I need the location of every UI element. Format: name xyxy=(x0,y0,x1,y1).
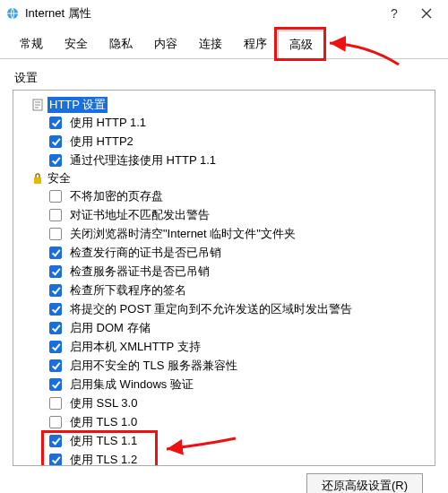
setting-item[interactable]: 使用 HTTP2 xyxy=(46,133,431,151)
tab-0[interactable]: 常规 xyxy=(9,30,54,58)
tab-2[interactable]: 隐私 xyxy=(99,30,143,58)
setting-checkbox[interactable] xyxy=(49,303,62,316)
setting-checkbox[interactable] xyxy=(49,265,62,278)
tab-content-advanced: 设置 HTTP 设置使用 HTTP 1.1使用 HTTP2通过代理连接使用 HT… xyxy=(0,59,448,493)
tab-4[interactable]: 连接 xyxy=(188,30,233,58)
setting-item[interactable]: 使用 TLS 1.1 xyxy=(46,432,431,450)
setting-label: 检查发行商的证书是否已吊销 xyxy=(70,245,221,261)
setting-label: 使用 TLS 1.2 xyxy=(70,452,137,466)
settings-label: 设置 xyxy=(14,70,435,86)
setting-item[interactable]: 使用 TLS 1.2 xyxy=(46,451,431,466)
setting-checkbox[interactable] xyxy=(49,284,62,297)
setting-item[interactable]: 检查服务器证书是否已吊销 xyxy=(46,263,431,281)
setting-checkbox[interactable] xyxy=(49,135,62,148)
restore-defaults-button[interactable]: 还原高级设置(R) xyxy=(306,473,423,493)
setting-item[interactable]: 启用不安全的 TLS 服务器兼容性 xyxy=(46,357,431,375)
group-1: 安全 xyxy=(31,170,431,186)
setting-label: 启用集成 Windows 验证 xyxy=(70,376,194,393)
setting-checkbox[interactable] xyxy=(49,359,62,372)
app-icon xyxy=(5,6,20,21)
lock-icon xyxy=(31,172,44,185)
setting-label: 关闭浏览器时清空"Internet 临时文件"文件夹 xyxy=(70,226,296,242)
tab-6[interactable]: 高级 xyxy=(278,30,324,59)
help-button[interactable]: ? xyxy=(378,1,410,26)
setting-checkbox[interactable] xyxy=(49,246,62,259)
setting-item[interactable]: 检查发行商的证书是否已吊销 xyxy=(46,244,431,262)
setting-item[interactable]: 启用集成 Windows 验证 xyxy=(46,376,431,394)
setting-checkbox[interactable] xyxy=(49,397,62,410)
setting-label: 通过代理连接使用 HTTP 1.1 xyxy=(70,152,216,169)
group-0: HTTP 设置 xyxy=(31,97,431,113)
settings-tree[interactable]: HTTP 设置使用 HTTP 1.1使用 HTTP2通过代理连接使用 HTTP … xyxy=(13,90,435,466)
setting-checkbox[interactable] xyxy=(49,341,62,353)
setting-item[interactable]: 通过代理连接使用 HTTP 1.1 xyxy=(46,151,431,169)
tab-strip: 常规安全隐私内容连接程序高级 xyxy=(0,30,448,59)
group-label: HTTP 设置 xyxy=(47,97,108,113)
setting-item[interactable]: 检查所下载程序的签名 xyxy=(46,281,431,299)
setting-label: 使用 TLS 1.0 xyxy=(70,414,137,430)
setting-label: 检查服务器证书是否已吊销 xyxy=(70,264,210,280)
footer: 还原高级设置(R) xyxy=(13,466,435,493)
setting-checkbox[interactable] xyxy=(49,190,62,203)
titlebar: Internet 属性 ? xyxy=(0,0,448,27)
setting-item[interactable]: 不将加密的页存盘 xyxy=(46,187,431,205)
setting-label: 启用本机 XMLHTTP 支持 xyxy=(70,339,201,355)
setting-label: 使用 SSL 3.0 xyxy=(70,395,137,411)
setting-checkbox[interactable] xyxy=(49,322,62,334)
setting-item[interactable]: 将提交的 POST 重定向到不允许发送的区域时发出警告 xyxy=(46,300,431,318)
setting-item[interactable]: 关闭浏览器时清空"Internet 临时文件"文件夹 xyxy=(46,225,431,243)
setting-checkbox[interactable] xyxy=(49,454,62,466)
setting-label: 检查所下载程序的签名 xyxy=(70,282,186,298)
window-title: Internet 属性 xyxy=(25,5,378,22)
setting-label: 使用 HTTP 1.1 xyxy=(70,115,146,131)
setting-checkbox[interactable] xyxy=(49,416,62,428)
tab-5[interactable]: 程序 xyxy=(233,30,278,58)
setting-checkbox[interactable] xyxy=(49,154,62,167)
setting-item[interactable]: 对证书地址不匹配发出警告 xyxy=(46,206,431,224)
setting-checkbox[interactable] xyxy=(49,435,62,447)
setting-label: 启用不安全的 TLS 服务器兼容性 xyxy=(70,358,237,374)
setting-checkbox[interactable] xyxy=(49,378,62,391)
tab-1[interactable]: 安全 xyxy=(54,30,99,58)
setting-checkbox[interactable] xyxy=(49,209,62,221)
setting-item[interactable]: 使用 SSL 3.0 xyxy=(46,394,431,412)
setting-label: 使用 TLS 1.1 xyxy=(70,433,137,449)
setting-label: 对证书地址不匹配发出警告 xyxy=(70,207,210,223)
setting-checkbox[interactable] xyxy=(49,228,62,240)
setting-item[interactable]: 使用 HTTP 1.1 xyxy=(46,114,431,132)
group-label: 安全 xyxy=(47,170,71,186)
svg-rect-2 xyxy=(34,177,41,184)
setting-label: 不将加密的页存盘 xyxy=(70,188,163,204)
setting-item[interactable]: 启用 DOM 存储 xyxy=(46,319,431,337)
setting-label: 启用 DOM 存储 xyxy=(70,320,151,336)
setting-item[interactable]: 使用 TLS 1.0 xyxy=(46,413,431,431)
setting-label: 使用 HTTP2 xyxy=(70,134,134,150)
setting-label: 将提交的 POST 重定向到不允许发送的区域时发出警告 xyxy=(70,301,352,317)
tab-3[interactable]: 内容 xyxy=(143,30,188,58)
page-icon xyxy=(31,99,44,111)
close-button[interactable] xyxy=(410,1,443,26)
setting-checkbox[interactable] xyxy=(49,117,62,129)
setting-item[interactable]: 启用本机 XMLHTTP 支持 xyxy=(46,338,431,356)
